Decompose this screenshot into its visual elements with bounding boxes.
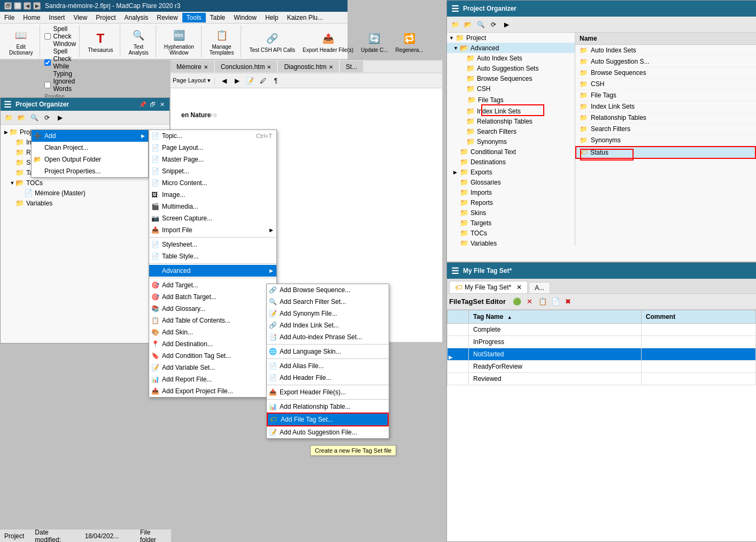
add-index-link-item[interactable]: 🔗 Add Index Link Set... [267,319,389,331]
rp-autoindex-sets[interactable]: 📁 Auto Index Sets [447,53,575,63]
panel-tool-5[interactable]: ▶ [54,112,66,123]
list-browse-sequences[interactable]: 📁 Browse Sequences [575,67,756,79]
rp-tool-2[interactable]: 📂 [462,19,474,30]
add-alias-item[interactable]: 📄 Add Alias File... [267,360,389,372]
doc-tool-4[interactable]: 🖊 [257,75,269,86]
rp-variables[interactable]: 📁 Variables [447,238,575,246]
table-row[interactable]: InProgress [448,336,756,348]
ignored-words-check[interactable]: Ignored Words [44,78,76,93]
add-destination-item[interactable]: 📍 Add Destination... [149,338,276,350]
right-hamburger-icon[interactable]: ☰ [451,4,459,14]
add-topic-item[interactable]: 📄 Topic... Ctrl+T [149,130,276,142]
forward-icon[interactable]: ▶ [33,2,41,10]
add-toc-item[interactable]: 📋 Add Table of Contents... [149,315,276,326]
list-searchfilters[interactable]: 📁 Search Filters [575,124,756,135]
hyphenation-button[interactable]: 🔤 HyphenationWindow [160,24,198,58]
menu-view[interactable]: View [69,13,91,22]
edit-dictionary-button[interactable]: 📖 EditDictionary [5,24,36,58]
rp-autosuggestion-sets[interactable]: 📁 Auto Suggestion Sets [447,63,575,73]
filetag-delete-btn[interactable]: ✕ [524,296,536,308]
rp-reports[interactable]: 📁 Reports [447,197,575,208]
rp-indexlink-sets[interactable]: 📁 Index Link Sets [447,106,575,116]
spell-typing-check[interactable]: Spell Check While Typing [44,48,76,78]
thesaurus-button[interactable]: T Thesaurus [84,27,117,56]
left-tree-memoire[interactable]: 📄 Mémoire (Master) [1,188,169,198]
rp-skins[interactable]: 📁 Skins [447,208,575,218]
menu-home[interactable]: Home [19,13,44,22]
doc-tab-diagnostic[interactable]: Diagnostic.htm ✕ [278,61,338,72]
add-relationship-table-item[interactable]: 📊 Add Relationship Table... [267,401,389,413]
filetag-paste-btn[interactable]: 📄 [550,296,561,308]
left-tree-tocs[interactable]: ▼ 📂 TOCs [1,178,169,188]
add-file-tag-set-item[interactable]: 🏷 Add File Tag Set... [267,413,389,426]
rp-tocs[interactable]: 📁 TOCs [447,228,575,238]
filetag-tab-2[interactable]: A... [529,282,550,293]
th-tagname[interactable]: Tag Name ▲ [469,310,642,324]
menu-tools[interactable]: Tools [182,13,206,22]
add-advanced-item[interactable]: Advanced [149,265,276,277]
add-microcontent-item[interactable]: 📄 Micro Content... [149,177,276,189]
th-comment[interactable]: Comment [641,310,755,324]
rp-tool-5[interactable]: ▶ [500,19,512,30]
rp-tool-1[interactable]: 📁 [449,19,461,30]
rp-imports[interactable]: 📁 Imports [447,187,575,197]
rp-search-filters[interactable]: 📁 Search Filters [447,126,575,136]
menu-file[interactable]: File [0,13,19,22]
add-glossary-item[interactable]: 📚 Add Glossary... [149,303,276,315]
list-status[interactable]: 🏷 Status [575,146,756,159]
manage-templates-button[interactable]: 📋 ManageTemplates [206,24,238,58]
add-pagelayout-item[interactable]: 📄 Page Layout... [149,142,276,154]
add-target-item[interactable]: 🎯 Add Target... [149,279,276,291]
ctx-add-item[interactable]: ➕ Add [32,130,148,142]
rp-browse-sequences[interactable]: 📁 Browse Sequences [447,73,575,83]
hamburger-icon[interactable]: ☰ [4,100,11,110]
menu-table[interactable]: Table [206,13,230,22]
table-row[interactable]: ReadyForReview [448,361,756,373]
restore2-icon[interactable]: ⬜ [14,2,21,10]
add-batch-target-item[interactable]: 🎯 Add Batch Target... [149,291,276,303]
maximize-panel-button[interactable]: 🗗 [148,100,157,109]
panel-tool-4[interactable]: ⟳ [41,112,53,123]
ctx-project-props[interactable]: Project Properties... [32,165,148,177]
list-autoindex[interactable]: 📁 Auto Index Sets [575,45,756,56]
filetag-tab[interactable]: 🏷 My File Tag Set* ✕ [449,281,528,293]
add-variable-item[interactable]: 📝 Add Variable Set... [149,362,276,373]
add-multimedia-item[interactable]: 🎬 Multimedia... [149,201,276,212]
menu-project[interactable]: Project [91,13,120,22]
menu-help[interactable]: Help [261,13,283,22]
ctx-clean-project[interactable]: Clean Project... [32,142,148,154]
list-relationship-tables[interactable]: 📁 Relationship Tables [575,112,756,124]
rp-filetags[interactable]: 📁 File Tags [447,94,575,106]
filetag-hamburger-icon[interactable]: ☰ [451,266,459,276]
rp-tool-4[interactable]: ⟳ [488,19,499,30]
left-tree-variables[interactable]: 📁 Variables [1,198,169,208]
close-memoire-tab[interactable]: ✕ [204,64,208,70]
doc-tool-5[interactable]: ¶ [270,75,282,86]
list-csh[interactable]: 📁 CSH [575,79,756,90]
restore-icon[interactable]: 🗗 [4,2,12,10]
list-synonyms[interactable]: 📁 Synonyms [575,135,756,146]
menu-window[interactable]: Window [229,13,261,22]
regenera-button[interactable]: 🔁 Regenera... [392,27,427,56]
panel-tool-3[interactable]: 🔍 [28,112,40,123]
rp-glossaries[interactable]: 📁 Glossaries [447,177,575,187]
add-header-item[interactable]: 📄 Add Header File... [267,372,389,384]
rp-synonyms[interactable]: 📁 Synonyms [447,136,575,147]
doc-tab-memoire[interactable]: Mémoire ✕ [171,61,214,72]
add-autosuggestion-item[interactable]: 📝 Add Auto Suggestion File... [267,426,389,438]
add-screencapture-item[interactable]: 📷 Screen Capture... [149,212,276,224]
doc-tab-conclusion[interactable]: Conclusion.htm ✕ [215,61,277,72]
update-c-button[interactable]: 🔄 Update C... [357,27,392,56]
add-masterpage-item[interactable]: 📄 Master Page... [149,154,276,165]
menu-insert[interactable]: Insert [44,13,69,22]
back-icon[interactable]: ◀ [24,2,31,10]
rp-targets[interactable]: 📁 Targets [447,218,575,228]
doc-tool-2[interactable]: ▶ [232,75,243,86]
table-row-active[interactable]: ▶ NotStarted [448,348,756,361]
menu-kaizen[interactable]: Kaizen Plu... [283,13,327,22]
add-synonym-item[interactable]: 📝 Add Synonym File... [267,308,389,319]
rp-tool-3[interactable]: 🔍 [475,19,487,30]
close-conclusion-tab[interactable]: ✕ [267,64,271,70]
add-browse-seq-item[interactable]: 🔗 Add Browse Sequence... [267,284,389,296]
close-diagnostic-tab[interactable]: ✕ [329,64,333,70]
